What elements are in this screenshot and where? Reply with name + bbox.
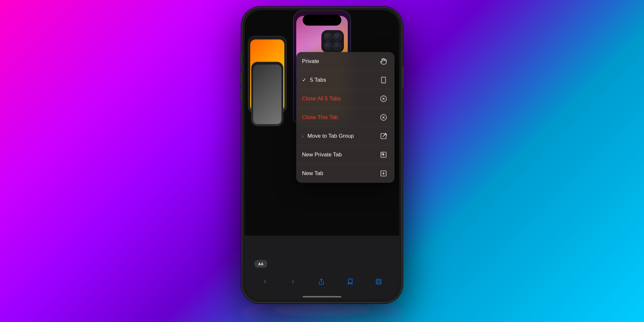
menu-item-close-this-left: Close This Tab <box>302 114 338 120</box>
camera-lens-2 <box>333 33 341 41</box>
phone-screen: AA <box>245 10 399 300</box>
close-all-icon <box>378 93 389 104</box>
svg-rect-2 <box>377 280 380 283</box>
aa-label: AA <box>258 262 263 266</box>
tabs-button[interactable] <box>375 278 382 285</box>
camera-lens-4 <box>333 42 341 50</box>
new-tab-label: New Tab <box>302 170 323 177</box>
phone-container: AA <box>242 7 402 303</box>
menu-item-move-group[interactable]: › Move to Tab Group <box>296 127 394 146</box>
close-this-icon <box>378 112 389 122</box>
share-button[interactable] <box>318 278 325 285</box>
forward-button[interactable] <box>290 279 296 284</box>
chevron-icon: › <box>302 133 304 138</box>
new-tab-icon <box>378 168 389 179</box>
menu-item-new-tab[interactable]: New Tab <box>296 164 394 183</box>
context-menu: Private ✓ <box>296 52 394 183</box>
menu-item-close-all[interactable]: Close All 5 Tabs <box>296 90 394 108</box>
menu-item-5tabs-left: ✓ 5 Tabs <box>302 77 326 83</box>
menu-item-move-group-left: › Move to Tab Group <box>302 133 354 139</box>
menu-item-new-private[interactable]: New Private Tab <box>296 146 394 164</box>
move-group-label: Move to Tab Group <box>308 133 354 139</box>
bookmarks-button[interactable] <box>347 278 353 285</box>
5tabs-label: 5 Tabs <box>310 77 326 83</box>
phone-reflection-2 <box>274 303 370 316</box>
menu-item-new-private-left: New Private Tab <box>302 151 342 158</box>
menu-item-close-this[interactable]: Close This Tab <box>296 108 394 127</box>
camera-module <box>321 30 344 53</box>
back-button[interactable] <box>262 279 268 284</box>
menu-item-new-tab-left: New Tab <box>302 170 323 177</box>
menu-item-private-left: Private <box>302 58 319 64</box>
menu-item-5tabs[interactable]: ✓ 5 Tabs <box>296 71 394 90</box>
home-indicator <box>303 296 341 298</box>
svg-rect-1 <box>376 279 381 284</box>
svg-rect-3 <box>382 77 386 83</box>
checkmark-icon: ✓ <box>302 77 306 83</box>
new-private-icon <box>378 149 389 160</box>
arrow-box-icon <box>378 131 389 141</box>
hand-icon <box>378 56 389 66</box>
dynamic-island <box>303 15 341 26</box>
aa-button[interactable]: AA <box>254 260 267 268</box>
safari-toolbar <box>245 273 399 290</box>
phone-frame-icon <box>378 75 389 85</box>
svg-line-12 <box>383 134 385 137</box>
phone-shell: AA <box>242 7 402 303</box>
private-label: Private <box>302 58 319 64</box>
menu-item-private[interactable]: Private <box>296 52 394 71</box>
iphone-stack-3 <box>251 62 283 126</box>
close-all-label: Close All 5 Tabs <box>302 95 341 102</box>
safari-bottom: AA <box>245 236 399 300</box>
menu-item-close-all-left: Close All 5 Tabs <box>302 95 341 102</box>
new-private-label: New Private Tab <box>302 151 342 158</box>
svg-rect-16 <box>382 153 384 155</box>
close-this-label: Close This Tab <box>302 114 338 120</box>
camera-lens-1 <box>324 33 332 41</box>
iphone-stack-3-screen <box>253 65 281 124</box>
camera-lens-3 <box>324 42 332 50</box>
